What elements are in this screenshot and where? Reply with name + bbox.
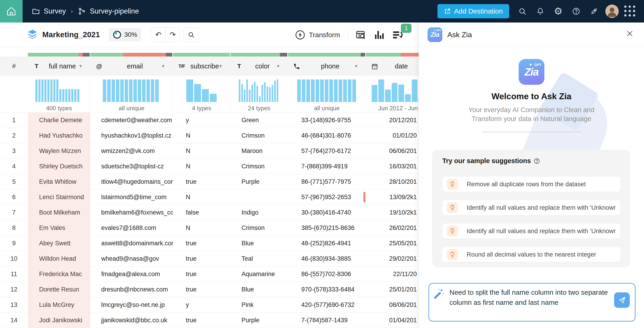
- column-header-phone[interactable]: phone▾: [288, 56, 366, 76]
- cell-full-name[interactable]: Willdon Head: [28, 251, 90, 266]
- undo-button[interactable]: ↶: [151, 27, 165, 42]
- column-header-date[interactable]: date▾: [366, 56, 418, 76]
- preview-table-icon[interactable]: [355, 30, 366, 40]
- transform-button[interactable]: Transform: [295, 22, 340, 47]
- suggestion-card[interactable]: Round all decimal values to the nearest …: [442, 247, 620, 262]
- redo-button[interactable]: ↷: [165, 27, 180, 42]
- send-button[interactable]: [614, 292, 630, 308]
- cell-email[interactable]: hyushachkov1@toplist.cz: [90, 128, 173, 143]
- chevron-down-icon[interactable]: ▾: [79, 63, 90, 69]
- cell-phone[interactable]: 57-(967)952-2653: [288, 189, 366, 205]
- cell-date[interactable]: 01/01/20: [366, 128, 418, 143]
- chevron-down-icon[interactable]: ▾: [277, 63, 288, 69]
- cell-color[interactable]: Indigo: [230, 205, 288, 220]
- breadcrumb-folder[interactable]: Survey: [44, 7, 66, 15]
- cell-phone[interactable]: 86-(557)702-8306: [288, 266, 366, 282]
- cell-full-name[interactable]: Charlie Demete: [28, 113, 90, 128]
- cell-date[interactable]: 20/12/201: [366, 113, 418, 128]
- cell-full-name[interactable]: Abey Swett: [28, 236, 90, 251]
- cell-email[interactable]: cdemeter0@weather.com: [90, 113, 173, 128]
- cell-email[interactable]: wmizzen2@vk.com: [90, 143, 173, 159]
- cell-color[interactable]: Crimson: [230, 128, 288, 143]
- cell-color[interactable]: Blue: [230, 236, 288, 251]
- cell-phone[interactable]: 86-(771)577-7975: [288, 174, 366, 189]
- cell-subscriber[interactable]: y: [173, 113, 230, 128]
- cell-email[interactable]: bmilkeham6@foxnews_co: [90, 205, 173, 220]
- cell-subscriber[interactable]: true: [173, 236, 230, 251]
- cell-full-name[interactable]: Waylen Mizzen: [28, 143, 90, 159]
- cell-date[interactable]: 25/01/201: [366, 282, 418, 297]
- cell-phone[interactable]: 970-(578)333-6484: [288, 282, 366, 297]
- zia-prompt-input[interactable]: Need to split the full name column into …: [428, 283, 636, 322]
- user-avatar[interactable]: [605, 4, 619, 18]
- column-header-email[interactable]: @email▾: [90, 56, 173, 76]
- cell-email[interactable]: lstairmond5@time_com: [90, 189, 173, 205]
- prompt-text[interactable]: Need to split the full name column into …: [450, 287, 610, 308]
- cell-email[interactable]: jjanikowskid@bbc.co.uk: [90, 313, 173, 328]
- cell-email[interactable]: whead9@nasa@gov: [90, 251, 173, 266]
- cell-date[interactable]: 06/06/201: [366, 143, 418, 159]
- cell-subscriber[interactable]: true: [173, 282, 230, 297]
- cell-color[interactable]: Purple: [230, 174, 288, 189]
- cell-phone[interactable]: 46-(830)934-3885: [288, 251, 366, 266]
- cell-email[interactable]: aswett8@domainmark.com: [90, 236, 173, 251]
- cell-email[interactable]: sduetsche3@toplist-cz: [90, 159, 173, 174]
- notifications-bell-icon[interactable]: [531, 7, 549, 15]
- close-panel-button[interactable]: [625, 29, 635, 39]
- apps-grid-icon[interactable]: [621, 5, 639, 17]
- cell-date[interactable]: 28/10/201: [366, 174, 418, 189]
- cell-date[interactable]: 26/02/201: [366, 220, 418, 235]
- cell-subscriber[interactable]: y: [173, 297, 230, 312]
- home-button[interactable]: [0, 0, 22, 22]
- add-destination-button[interactable]: Add Destination: [438, 4, 509, 18]
- cell-full-name[interactable]: Lula McGrey: [28, 297, 90, 312]
- histogram-email[interactable]: all unique: [90, 76, 173, 113]
- help-icon[interactable]: [567, 7, 585, 15]
- cell-date[interactable]: 13/09/2k1: [366, 189, 418, 205]
- cell-full-name[interactable]: Dorette Resun: [28, 282, 90, 297]
- search-icon[interactable]: [513, 7, 531, 15]
- column-header-subscriber[interactable]: T/Fsubscriber▾: [173, 56, 230, 76]
- settings-gear-icon[interactable]: ⚙: [549, 6, 567, 16]
- cell-date[interactable]: 25/05/201: [366, 236, 418, 251]
- chevron-down-icon[interactable]: ▾: [355, 63, 366, 69]
- cell-date[interactable]: 29/02/201: [366, 251, 418, 266]
- dataset-title[interactable]: Marketing_2021: [42, 30, 100, 39]
- cell-email[interactable]: fmadgea@alexa.com: [90, 266, 173, 282]
- cell-full-name[interactable]: Evita Whitlow: [28, 174, 90, 189]
- cell-email[interactable]: lmcgreyc@so-net.ne.jp: [90, 297, 173, 312]
- histogram-date[interactable]: Jun 2012 - Jun: [366, 76, 418, 113]
- histogram-full-name[interactable]: 400 types: [28, 76, 90, 113]
- data-quality-pill[interactable]: 30%: [108, 28, 141, 41]
- cell-phone[interactable]: 33-(148)926-9755: [288, 113, 366, 128]
- cell-date[interactable]: 16/03/201: [366, 159, 418, 174]
- cell-color[interactable]: Purple: [230, 313, 288, 328]
- cell-full-name[interactable]: Shirley Duetsch: [28, 159, 90, 174]
- cell-full-name[interactable]: Em Vales: [28, 220, 90, 235]
- cell-full-name[interactable]: Lenci Stairmond: [28, 189, 90, 205]
- cell-date[interactable]: 22/11/20: [366, 266, 418, 282]
- cell-subscriber[interactable]: N: [173, 128, 230, 143]
- cell-phone[interactable]: 30-(380)416-4740: [288, 205, 366, 220]
- cell-color[interactable]: Maroon: [230, 143, 288, 159]
- cell-phone[interactable]: 7-(868)399-4919: [288, 159, 366, 174]
- cell-date[interactable]: 19/10/2k1: [366, 205, 418, 220]
- cell-phone[interactable]: 7-(784)587-1439: [288, 313, 366, 328]
- applied-steps-icon[interactable]: 1: [392, 30, 403, 40]
- cell-subscriber[interactable]: true: [173, 313, 230, 328]
- cell-color[interactable]: Crimson: [230, 159, 288, 174]
- cell-date[interactable]: 01/04/201: [366, 313, 418, 328]
- chevron-down-icon[interactable]: ▾: [162, 63, 173, 69]
- cell-phone[interactable]: 46-(684)301-8076: [288, 128, 366, 143]
- whats-new-rocket-icon[interactable]: [585, 7, 603, 15]
- breadcrumb-pipeline[interactable]: Survey-pipeline: [90, 7, 139, 15]
- cell-email[interactable]: dresunb@nbcnews.com: [90, 282, 173, 297]
- cell-subscriber[interactable]: N: [173, 220, 230, 235]
- histogram-color[interactable]: 24 types: [230, 76, 288, 113]
- cell-full-name[interactable]: Boot Milkeham: [28, 205, 90, 220]
- suggestion-card[interactable]: Identify all null values and replace the…: [442, 223, 620, 239]
- cell-color[interactable]: Pink: [230, 297, 288, 312]
- suggestion-card[interactable]: Remove all duplicate rows from the datas…: [442, 177, 620, 192]
- cell-full-name[interactable]: Jodi Janikowski: [28, 313, 90, 328]
- column-stats-icon[interactable]: [374, 30, 384, 40]
